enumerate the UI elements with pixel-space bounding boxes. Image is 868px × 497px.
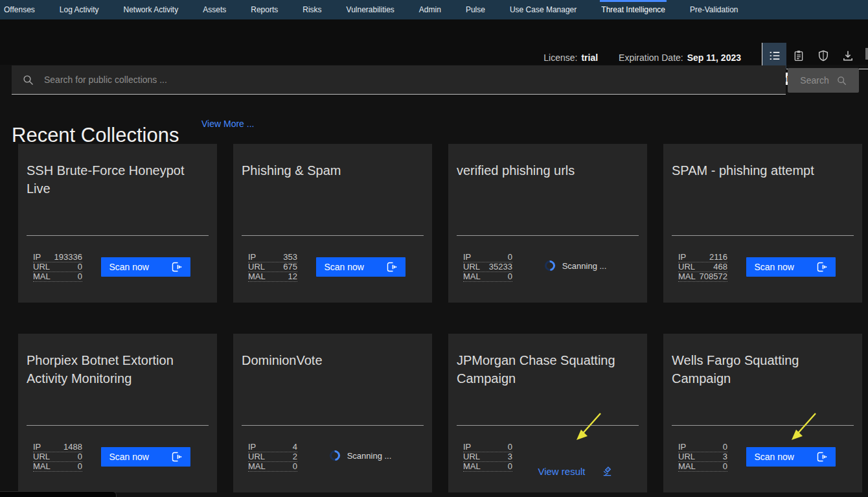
nav-tab-assets[interactable]: Assets [190,0,238,19]
search-button-icon [837,76,847,86]
collection-highlights-icon[interactable] [762,43,786,69]
collection-title: JPMorgan Chase Squatting Campaign [457,334,639,387]
bottom-clipped-popup [0,491,117,497]
stat-row-ip: IP0 [463,443,512,452]
scan-now-button[interactable]: Scan now [101,447,190,467]
collection-card[interactable]: Phorpiex Botnet Extortion Activity Monit… [18,334,217,492]
card-footer: IP0 URL35233 MAL0 Scanning ... [457,235,639,303]
stat-row-ip: IP353 [248,253,297,262]
license-info: License:trial Expiration Date:Sep 11, 20… [543,52,741,63]
stat-row-mal: MAL708572 [678,272,727,282]
stat-row-mal: MAL0 [463,272,512,282]
nav-tab-log-activity[interactable]: Log Activity [47,0,111,19]
collection-title: DominionVote [242,334,424,369]
collection-card[interactable]: JPMorgan Chase Squatting Campaign IP0 UR… [448,334,647,492]
scan-icon [817,452,827,462]
card-action-area: View result [512,426,639,492]
collection-card[interactable]: Phishing & Spam IP353 URL675 MAL12 Scan … [233,144,432,303]
card-action-area: Scan now [82,426,209,492]
scan-now-button[interactable]: Scan now [746,447,836,467]
expiration-text: Expiration Date:Sep 11, 2023 [619,52,741,63]
stat-row-mal: MAL0 [33,462,82,472]
collection-title: SPAM - phishing attempt [672,144,854,179]
nav-tab-network-activity[interactable]: Network Activity [111,0,191,19]
view-result-link[interactable]: View result [538,466,585,477]
stat-row-url: URL3 [678,452,727,462]
report-icon[interactable] [786,43,811,69]
search-button[interactable]: Search [788,68,859,93]
scan-now-button[interactable]: Scan now [316,257,405,277]
collection-stats: IP193336 URL0 MAL0 [33,253,82,303]
collection-title: SSH Brute-Force Honeypot Live [27,144,209,198]
stat-row-ip: IP1488 [33,443,82,452]
nav-tab-risks[interactable]: Risks [290,0,334,19]
scan-icon [387,262,397,272]
nav-tab-label: Log Activity [60,5,99,14]
nav-tab-pulse[interactable]: Pulse [453,0,497,19]
collection-stats: IP353 URL675 MAL12 [248,253,297,303]
nav-tab-label: Pre-Validation [690,5,738,14]
scan-now-button[interactable]: Scan now [746,257,836,277]
card-footer: IP2116 URL468 MAL708572 Scan now [672,235,854,303]
header-bar: License:trial Expiration Date:Sep 11, 20… [0,19,868,65]
nav-tab-admin[interactable]: Admin [407,0,453,19]
card-footer: IP0 URL3 MAL0 View result [457,425,639,492]
nav-tab-threat-intelligence[interactable]: Threat Intelligence [589,0,678,19]
collection-stats: IP2116 URL468 MAL708572 [678,253,727,303]
nav-tab-pre-validation[interactable]: Pre-Validation [678,0,750,19]
expiration-value: Sep 11, 2023 [687,52,741,63]
stat-row-url: URL35233 [463,262,512,272]
scan-now-button[interactable]: Scan now [101,257,190,277]
partial-clipped-icon [865,48,868,60]
card-action-area: Scanning ... [297,426,424,492]
view-more-link[interactable]: View More ... [201,119,254,129]
collection-card[interactable]: Wells Fargo Squatting Campaign IP0 URL3 … [663,334,862,492]
shield-icon[interactable] [811,43,836,69]
search-input[interactable] [43,74,786,86]
nav-tab-use-case-manager[interactable]: Use Case Manager [497,0,589,19]
stat-row-url: URL468 [678,262,727,272]
card-action-area: Scan now [82,236,209,303]
nav-tab-label: Vulnerabilities [347,5,394,14]
card-footer: IP353 URL675 MAL12 Scan now [242,235,424,303]
nav-tab-offenses[interactable]: Offenses [0,0,47,19]
search-icon [23,75,34,86]
stat-row-url: URL0 [33,452,82,462]
nav-tab-reports[interactable]: Reports [238,0,290,19]
card-action-area: Scan now [727,236,854,303]
card-footer: IP1488 URL0 MAL0 Scan now [27,425,209,492]
nav-tab-label: Use Case Manager [510,5,577,14]
card-action-area: Scan now [727,426,854,492]
header-icon-toolbar [762,43,860,69]
collection-card[interactable]: DominionVote IP4 URL2 MAL0 Scanning ... [233,334,432,492]
scanning-status: Scanning ... [330,450,392,492]
download-icon[interactable] [836,43,860,69]
collection-card[interactable]: SPAM - phishing attempt IP2116 URL468 MA… [663,144,862,303]
collection-card[interactable]: verified phishing urls IP0 URL35233 MAL0… [448,144,647,303]
stat-row-mal: MAL0 [463,462,512,472]
scan-icon [172,262,182,272]
collection-title: Wells Fargo Squatting Campaign [672,334,854,387]
collection-title: Phorpiex Botnet Extortion Activity Monit… [27,334,209,387]
top-navigation: OffensesLog ActivityNetwork ActivityAsse… [0,0,868,19]
card-footer: IP4 URL2 MAL0 Scanning ... [242,425,424,492]
spinner-icon [542,259,557,273]
microscope-icon[interactable] [601,465,613,478]
collection-card[interactable]: SSH Brute-Force Honeypot Live IP193336 U… [18,144,217,303]
collection-title: Phishing & Spam [242,144,424,179]
nav-tab-label: Reports [251,5,278,14]
license-value: trial [581,52,598,63]
stat-row-mal: MAL0 [33,272,82,282]
scan-icon [817,262,827,272]
card-footer: IP193336 URL0 MAL0 Scan now [27,235,209,303]
nav-tab-label: Network Activity [124,5,179,14]
scanning-status: Scanning ... [545,260,607,303]
stat-row-ip: IP0 [678,443,727,452]
stat-row-url: URL0 [33,262,82,272]
collection-stats: IP0 URL3 MAL0 [463,443,512,492]
nav-tab-vulnerabilities[interactable]: Vulnerabilities [334,0,407,19]
stat-row-mal: MAL0 [678,462,727,472]
stat-row-ip: IP0 [463,253,512,262]
nav-tab-label: Offenses [4,5,35,14]
card-action-area: Scanning ... [512,236,639,303]
